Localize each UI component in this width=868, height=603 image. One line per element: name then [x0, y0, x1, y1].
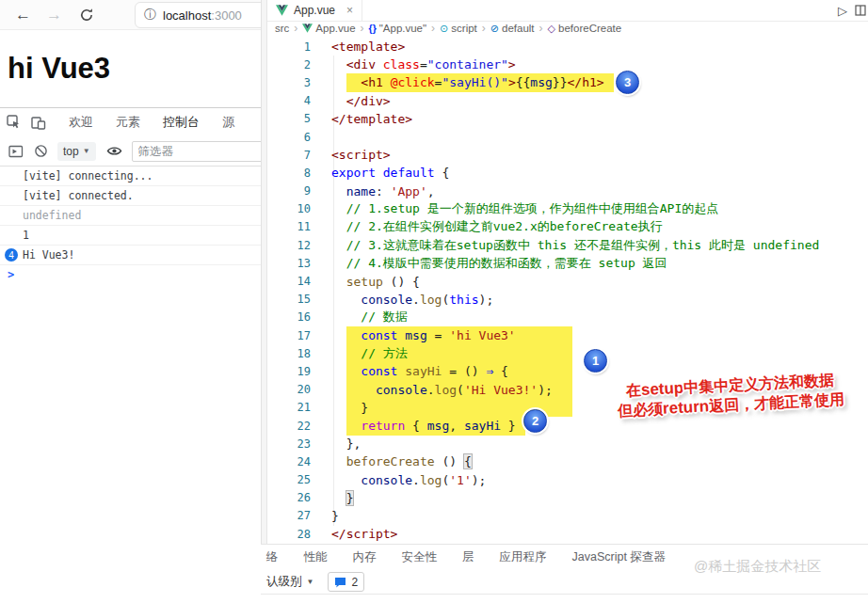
breadcrumb-item-default[interactable]: ⊘default	[490, 23, 535, 34]
code-line[interactable]: 2 <div class="container">	[267, 56, 868, 73]
tab-title: App.vue	[294, 4, 335, 17]
code-line[interactable]: 24 beforeCreate () {	[267, 452, 868, 470]
code-text: name: 'App',	[311, 184, 435, 198]
devtools-tabs: 欢迎元素控制台源	[46, 108, 234, 136]
vue-logo-icon	[276, 5, 288, 16]
code-line[interactable]: 15 console.log(this);	[267, 291, 868, 309]
code-line[interactable]: 8export default {	[267, 164, 868, 182]
line-number: 26	[267, 491, 311, 504]
code-line[interactable]: 14 setup () {	[267, 272, 868, 290]
line-number: 28	[267, 528, 311, 541]
line-number: 12	[267, 239, 311, 252]
console-row: [vite] connected.	[0, 186, 261, 206]
bottom-tab-6[interactable]: JavaScript 探查器	[572, 549, 666, 565]
back-icon[interactable]: ←	[15, 6, 31, 24]
console-row: 1	[0, 226, 261, 246]
code-line[interactable]: 3 <h1 @click="sayHi()">{{msg}}</h1>	[267, 73, 868, 91]
clear-console-icon[interactable]	[34, 144, 48, 158]
code-text: export default {	[311, 166, 449, 180]
breadcrumb-item-script[interactable]: ⊙script	[440, 23, 477, 34]
message-count-button[interactable]: 2	[328, 572, 364, 592]
bottom-tab-5[interactable]: 应用程序	[500, 549, 547, 565]
code-text: // 2.在组件实例创建之前vue2.x的beforeCreate执行	[311, 218, 663, 235]
console-prompt[interactable]: >	[0, 265, 261, 284]
code-text: </script>	[311, 527, 397, 541]
code-line[interactable]: 22 return { msg, sayHi }	[267, 417, 868, 435]
code-line[interactable]: 7<script>	[267, 146, 868, 164]
code-line[interactable]: 5</template>	[267, 110, 868, 128]
code-line[interactable]: 17 const msg = 'hi Vue3'	[267, 326, 868, 344]
message-count: 2	[351, 576, 358, 589]
code-line[interactable]: 4 </div>	[267, 92, 868, 110]
line-number: 22	[267, 420, 311, 433]
bottom-tab-1[interactable]: 性能	[304, 549, 328, 565]
editor-pane: App.vue × ▷ src›App.vue›{}"App.vue"›⊙scr…	[267, 0, 868, 603]
console-filter-input[interactable]	[132, 141, 265, 162]
line-number: 13	[267, 257, 311, 270]
context-selector[interactable]: top ▼	[57, 142, 96, 161]
console-row: undefined	[0, 206, 261, 226]
code-text: console.log('Hi Vue3!');	[311, 383, 553, 397]
code-line[interactable]: 1<template>	[267, 38, 868, 56]
code-line[interactable]: 11 // 2.在组件实例创建之前vue2.x的beforeCreate执行	[267, 218, 868, 236]
code-line[interactable]: 26 }	[267, 489, 868, 507]
address-bar[interactable]: ⓘ localhost:3000	[135, 2, 268, 28]
code-line[interactable]: 10 // 1.setup 是一个新的组件选项，作为组件中使用组合API的起点	[267, 200, 868, 218]
pane-divider[interactable]	[261, 0, 267, 603]
bottom-tab-0[interactable]: 络	[266, 549, 279, 565]
editor-tab-appvue[interactable]: App.vue ×	[267, 0, 362, 21]
console-row: 4Hi Vue3!	[0, 246, 261, 265]
code-area[interactable]: 1<template>2 <div class="container">3 <h…	[267, 38, 868, 543]
bottom-tab-2[interactable]: 内存	[353, 549, 377, 565]
breadcrumb-item-appvue[interactable]: App.vue	[302, 23, 355, 34]
page-heading[interactable]: hi Vue3	[8, 52, 110, 86]
breadcrumb: src›App.vue›{}"App.vue"›⊙script›⊘default…	[275, 21, 868, 36]
console-row: [vite] connecting...	[0, 167, 261, 186]
refresh-icon[interactable]	[79, 8, 94, 23]
console-toolbar: top ▼	[0, 136, 261, 167]
breadcrumb-item-beforecreate[interactable]: ◇beforeCreate	[548, 23, 622, 34]
device-toolbar-icon[interactable]	[31, 116, 46, 130]
forward-icon[interactable]: →	[46, 6, 62, 24]
line-number: 10	[267, 202, 311, 215]
breadcrumb-separator: ›	[431, 22, 435, 35]
code-line[interactable]: 13 // 4.模版中需要使用的数据和函数，需要在 setup 返回	[267, 254, 868, 272]
console-log-list: [vite] connecting...[vite] connected.und…	[0, 167, 261, 284]
devtools-tab-1[interactable]: 元素	[116, 109, 140, 136]
line-number: 1	[267, 40, 311, 54]
code-line[interactable]: 28</script>	[267, 525, 868, 543]
code-line[interactable]: 9 name: 'App',	[267, 182, 868, 200]
split-editor-icon[interactable]	[855, 5, 866, 16]
chevron-down-icon: ▼	[83, 147, 90, 155]
bottom-tab-4[interactable]: 层	[462, 549, 474, 565]
line-number: 17	[267, 329, 311, 342]
breadcrumb-item-appvue[interactable]: {}"App.vue"	[369, 23, 427, 34]
code-line[interactable]: 18 // 方法	[267, 344, 868, 362]
run-icon[interactable]: ▷	[838, 4, 847, 18]
devtools-tab-0[interactable]: 欢迎	[69, 109, 93, 136]
inspect-element-icon[interactable]	[7, 115, 22, 130]
breadcrumb-item-src[interactable]: src	[275, 23, 289, 34]
callout-badge-1: 1	[584, 349, 607, 373]
line-number: 19	[267, 365, 311, 378]
code-line[interactable]: 6	[267, 128, 868, 146]
bottom-tab-3[interactable]: 安全性	[402, 549, 438, 565]
eye-icon[interactable]	[106, 145, 122, 157]
code-text: <h1 @click="sayHi()">{{msg}}</h1>	[311, 75, 604, 89]
devtools-tabbar: 欢迎元素控制台源	[0, 107, 261, 137]
vue-icon	[302, 24, 313, 33]
console-message: Hi Vue3!	[23, 248, 74, 262]
code-line[interactable]: 27}	[267, 507, 868, 525]
site-info-icon[interactable]: ⓘ	[144, 7, 156, 24]
devtools-tab-2[interactable]: 控制台	[163, 106, 200, 139]
line-number: 2	[267, 58, 311, 71]
close-icon[interactable]: ×	[346, 4, 353, 17]
code-line[interactable]: 12 // 3.这就意味着在setup函数中 this 还不是组件实例，this…	[267, 236, 868, 254]
default-icon: ⊘	[490, 24, 499, 34]
log-level-dropdown[interactable]: 认级别	[266, 574, 302, 590]
code-line[interactable]: 25 console.log('1');	[267, 471, 868, 489]
devtools-tab-3[interactable]: 源	[222, 109, 234, 136]
code-line[interactable]: 16 // 数据	[267, 309, 868, 326]
code-line[interactable]: 23 },	[267, 435, 868, 452]
console-sidebar-icon[interactable]	[8, 145, 24, 158]
